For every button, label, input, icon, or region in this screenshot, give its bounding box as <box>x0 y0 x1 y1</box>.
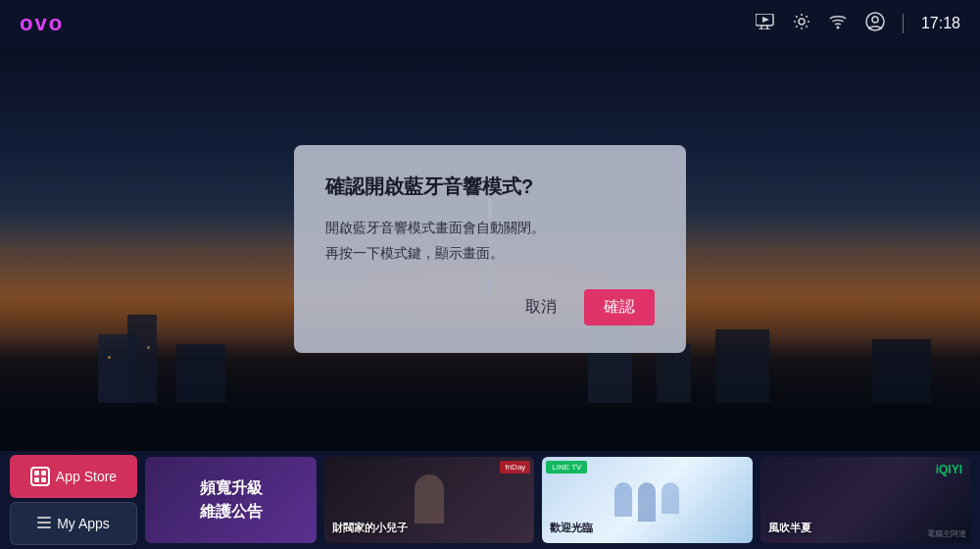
my-apps-icon <box>37 516 51 531</box>
card1-figure <box>415 474 444 524</box>
my-apps-button[interactable]: My Apps <box>10 502 137 545</box>
dialog-body-line2: 再按一下模式鍵，顯示畫面。 <box>325 241 655 266</box>
header-divider <box>903 14 904 33</box>
card1-title: 財閥家的小兒子 <box>332 521 408 535</box>
svg-point-7 <box>866 13 884 30</box>
svg-rect-15 <box>37 526 51 528</box>
app-store-card: App Store My Apps <box>10 455 137 545</box>
top-bar: ovo <box>0 0 980 47</box>
cancel-button[interactable]: 取消 <box>514 291 568 324</box>
wifi-icon[interactable] <box>828 14 848 34</box>
promo-line2: 維護公告 <box>200 500 263 524</box>
promo-text: 頻寬升級 維護公告 <box>192 469 270 531</box>
settings-icon[interactable] <box>793 13 810 35</box>
card3-title: 風吹半夏 <box>768 521 811 535</box>
promo-card[interactable]: 頻寬升級 維護公告 <box>145 457 317 543</box>
svg-point-6 <box>836 25 839 28</box>
svg-rect-11 <box>34 477 39 482</box>
logo: ovo <box>20 11 64 36</box>
content-card-2[interactable]: LINE TV 歡迎光臨 <box>542 457 752 543</box>
dialog-overlay: 確認開啟藍牙音響模式? 開啟藍牙音響模式畫面會自動關閉。 再按一下模式鍵，顯示畫… <box>0 47 980 451</box>
my-apps-label: My Apps <box>57 516 110 531</box>
app-store-button[interactable]: App Store <box>10 455 137 498</box>
content-card-1[interactable]: friDay 財閥家的小兒子 <box>324 457 534 543</box>
svg-rect-14 <box>37 522 51 524</box>
bottom-bar: App Store My Apps 頻寬升級 維護公告 friDay 財閥家的小… <box>0 451 980 549</box>
svg-marker-4 <box>762 17 769 23</box>
card2-title: 歡迎光臨 <box>550 521 593 535</box>
svg-point-5 <box>799 19 805 25</box>
card2-platform-badge: LINE TV <box>546 461 587 474</box>
confirm-button[interactable]: 確認 <box>584 289 655 325</box>
clock: 17:18 <box>921 15 960 32</box>
app-store-label: App Store <box>56 469 117 484</box>
dialog-title: 確認開啟藍牙音響模式? <box>325 173 655 200</box>
top-right-controls: 17:18 <box>756 12 960 36</box>
card1-badge: friDay <box>500 461 530 474</box>
promo-line1: 頻寬升級 <box>200 476 263 500</box>
card3-watermark: 電腦主阿達 <box>927 528 966 539</box>
card2-figures <box>614 482 679 522</box>
dialog-body: 開啟藍牙音響模式畫面會自動關閉。 再按一下模式鍵，顯示畫面。 <box>325 216 655 265</box>
svg-point-8 <box>872 17 878 23</box>
dialog-actions: 取消 確認 <box>325 289 655 325</box>
main-content: 確認開啟藍牙音響模式? 開啟藍牙音響模式畫面會自動關閉。 再按一下模式鍵，顯示畫… <box>0 47 980 451</box>
user-icon[interactable] <box>865 12 885 36</box>
svg-rect-10 <box>41 471 46 475</box>
svg-rect-13 <box>37 517 51 519</box>
svg-rect-9 <box>34 471 39 475</box>
input-icon[interactable] <box>756 14 775 34</box>
dialog-body-line1: 開啟藍牙音響模式畫面會自動關閉。 <box>325 216 655 240</box>
content-card-3[interactable]: iQIYI 風吹半夏 電腦主阿達 <box>760 457 970 543</box>
app-store-icon <box>30 467 50 486</box>
svg-rect-12 <box>41 477 46 482</box>
card3-platform-badge: iQIYI <box>936 463 962 476</box>
dialog: 確認開啟藍牙音響模式? 開啟藍牙音響模式畫面會自動關閉。 再按一下模式鍵，顯示畫… <box>294 145 686 352</box>
